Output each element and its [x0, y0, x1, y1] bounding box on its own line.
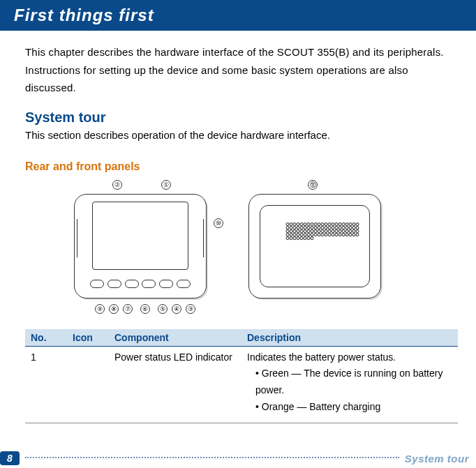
td-description: Indicates the battery power status. Gree… [247, 349, 452, 416]
page-footer: 8 System tour [0, 451, 469, 465]
device-button [125, 280, 139, 288]
chapter-title: First things first [14, 6, 154, 24]
heading-rear-front-panels: Rear and front panels [25, 160, 458, 173]
callout-8: ⑧ [109, 304, 119, 314]
device-side-left [77, 219, 81, 257]
list-item: Orange — Battery charging [247, 399, 452, 416]
callout-9: ⑨ [95, 304, 105, 314]
callout-6: ⑥ [140, 304, 150, 314]
component-table-header: No. Icon Component Description [25, 329, 458, 347]
td-component: Power status LED indicator [114, 349, 247, 416]
th-description: Description [247, 332, 452, 343]
page-content: This chapter describes the hardware inte… [0, 31, 476, 423]
callout-7: ⑦ [123, 304, 133, 314]
footer-section-label: System tour [405, 453, 469, 465]
footer-divider [25, 457, 399, 458]
page-number: 8 [0, 451, 20, 465]
device-screen [92, 202, 188, 270]
callout-1: ① [161, 180, 171, 190]
callout-11: ⑪ [308, 180, 318, 190]
chapter-title-bar: First things first [0, 0, 476, 31]
device-button [142, 280, 156, 288]
intro-paragraph: This chapter describes the hardware inte… [25, 43, 458, 97]
callout-3: ③ [186, 304, 195, 314]
device-button [90, 280, 104, 288]
td-no: 1 [31, 349, 73, 416]
front-panel-diagram: ① ② ⑩ ③ ④ ⑤ ⑥ ⑦ ⑧ ⑨ [74, 194, 207, 299]
td-desc-text: Indicates the battery power status. [247, 352, 396, 363]
device-button [107, 280, 121, 288]
td-icon [73, 349, 114, 416]
device-button-row [89, 277, 192, 291]
device-button [159, 280, 173, 288]
list-item: Green — The device is running on battery… [247, 365, 452, 399]
callout-5: ⑤ [158, 304, 168, 314]
th-icon: Icon [73, 332, 114, 343]
device-side-right [200, 219, 204, 257]
callout-2: ② [112, 180, 122, 190]
th-component: Component [114, 332, 247, 343]
callout-4: ④ [172, 304, 181, 314]
table-row: 1 Power status LED indicator Indicates t… [25, 347, 458, 423]
device-diagrams: ① ② ⑩ ③ ④ ⑤ ⑥ ⑦ ⑧ ⑨ ∘∘∘∘∘∘∘∘∘∘∘∘∘∘∘∘∘∘∘∘… [25, 173, 458, 312]
td-desc-list: Green — The device is running on battery… [247, 365, 452, 415]
callout-10: ⑩ [214, 218, 223, 228]
device-button [177, 280, 191, 288]
heading-system-tour: System tour [25, 110, 458, 126]
device-speaker-grill: ∘∘∘∘∘∘∘∘∘∘∘∘∘∘∘∘∘∘∘∘∘∘∘∘∘∘∘∘∘∘∘∘∘∘∘∘∘∘∘∘… [284, 222, 359, 264]
device-front-outline [74, 194, 207, 299]
th-no: No. [31, 332, 73, 343]
rear-panel-diagram: ∘∘∘∘∘∘∘∘∘∘∘∘∘∘∘∘∘∘∘∘∘∘∘∘∘∘∘∘∘∘∘∘∘∘∘∘∘∘∘∘… [248, 194, 381, 299]
system-tour-text: This section describes operation of the … [25, 127, 458, 144]
device-rear-outline: ∘∘∘∘∘∘∘∘∘∘∘∘∘∘∘∘∘∘∘∘∘∘∘∘∘∘∘∘∘∘∘∘∘∘∘∘∘∘∘∘… [248, 194, 381, 299]
